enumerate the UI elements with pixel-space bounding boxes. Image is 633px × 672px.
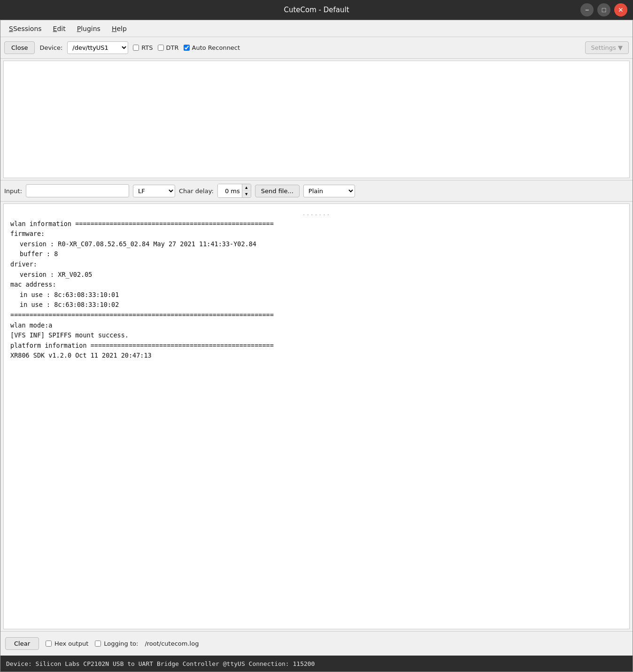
dtr-group: DTR <box>158 44 179 51</box>
output-container: ....... wlan information ===============… <box>3 203 630 629</box>
input-row: Input: LF CR CR+LF None Char delay: ▲ ▼ … <box>0 180 633 202</box>
char-delay-stepper: ▲ ▼ <box>217 184 251 198</box>
list-item: platform information ===================… <box>10 341 623 351</box>
menu-edit[interactable]: Edit <box>48 23 70 34</box>
menu-plugins[interactable]: Plugins <box>72 23 105 34</box>
list-item: in use : 8c:63:08:33:10:01 <box>20 290 623 300</box>
list-item: version : XR_V02.05 <box>20 270 623 280</box>
menu-sessions[interactable]: SSessions <box>4 23 46 34</box>
minimize-button[interactable]: − <box>580 3 594 16</box>
input-label: Input: <box>4 188 22 195</box>
rts-group: RTS <box>133 44 153 51</box>
list-item: XR806 SDK v1.2.0 Oct 11 2021 20:47:13 <box>10 351 623 361</box>
bottom-bar: Clear Hex output Logging to: /root/cutec… <box>0 631 633 656</box>
settings-button[interactable]: Settings ▼ <box>585 41 629 54</box>
delay-decrement-button[interactable]: ▼ <box>242 191 251 197</box>
list-item: [VFS INF] SPIFFS mount success. <box>10 330 623 341</box>
rts-label[interactable]: RTS <box>141 44 153 51</box>
toolbar: Close Device: /dev/ttyUS1 RTS DTR Auto R… <box>0 37 633 59</box>
list-item: mac address: <box>10 280 623 290</box>
dtr-checkbox[interactable] <box>158 45 164 51</box>
app-window: SSessions Edit Plugins Help Close Device… <box>0 20 633 672</box>
menu-help[interactable]: Help <box>107 23 131 34</box>
list-item: wlan mode:a <box>10 320 623 331</box>
char-delay-input[interactable] <box>218 184 242 197</box>
logging-group: Logging to: <box>95 640 138 647</box>
line-ending-select[interactable]: LF CR CR+LF None <box>133 185 175 197</box>
send-file-button[interactable]: Send file... <box>255 185 300 197</box>
auto-reconnect-group: Auto Reconnect <box>184 44 240 51</box>
delay-increment-button[interactable]: ▲ <box>242 184 251 191</box>
serial-input[interactable] <box>26 184 129 197</box>
clear-button[interactable]: Clear <box>5 637 39 650</box>
close-connection-button[interactable]: Close <box>4 41 35 54</box>
char-delay-label: Char delay: <box>179 188 214 195</box>
logging-path: /root/cutecom.log <box>145 640 199 647</box>
separator-dots: ....... <box>10 210 623 218</box>
dtr-label[interactable]: DTR <box>166 44 179 51</box>
auto-reconnect-checkbox[interactable] <box>184 45 190 51</box>
auto-reconnect-label[interactable]: Auto Reconnect <box>192 44 240 51</box>
window-close-button[interactable]: ✕ <box>614 3 627 16</box>
list-item: ========================================… <box>10 310 623 320</box>
list-item: buffer : 8 <box>20 249 623 259</box>
title-bar: CuteCom - Default − □ ✕ <box>0 0 633 20</box>
window-controls: − □ ✕ <box>580 3 627 16</box>
output-lines: wlan information =======================… <box>10 219 623 361</box>
maximize-button[interactable]: □ <box>597 3 610 16</box>
send-area <box>3 61 630 178</box>
rts-checkbox[interactable] <box>133 45 139 51</box>
list-item: driver: <box>10 259 623 270</box>
output-scroll[interactable]: ....... wlan information ===============… <box>4 204 629 629</box>
list-item: wlan information =======================… <box>10 219 623 229</box>
list-item: in use : 8c:63:08:33:10:02 <box>20 300 623 310</box>
window-title: CuteCom - Default <box>53 6 580 14</box>
hex-output-group: Hex output <box>46 640 88 647</box>
hex-output-checkbox[interactable] <box>46 641 52 647</box>
logging-checkbox[interactable] <box>95 641 101 647</box>
status-text: Device: Silicon Labs CP2102N USB to UART… <box>6 660 315 667</box>
device-label: Device: <box>39 44 62 51</box>
logging-label[interactable]: Logging to: <box>104 640 138 647</box>
menu-bar: SSessions Edit Plugins Help <box>0 20 633 37</box>
output-format-select[interactable]: Plain Hex Binary <box>303 185 355 197</box>
list-item: version : R0-XR_C07.08.52.65_02.84 May 2… <box>20 239 623 250</box>
status-bar: Device: Silicon Labs CP2102N USB to UART… <box>0 656 633 672</box>
device-select[interactable]: /dev/ttyUS1 <box>67 41 128 54</box>
hex-output-label[interactable]: Hex output <box>54 640 88 647</box>
list-item: firmware: <box>10 229 623 239</box>
